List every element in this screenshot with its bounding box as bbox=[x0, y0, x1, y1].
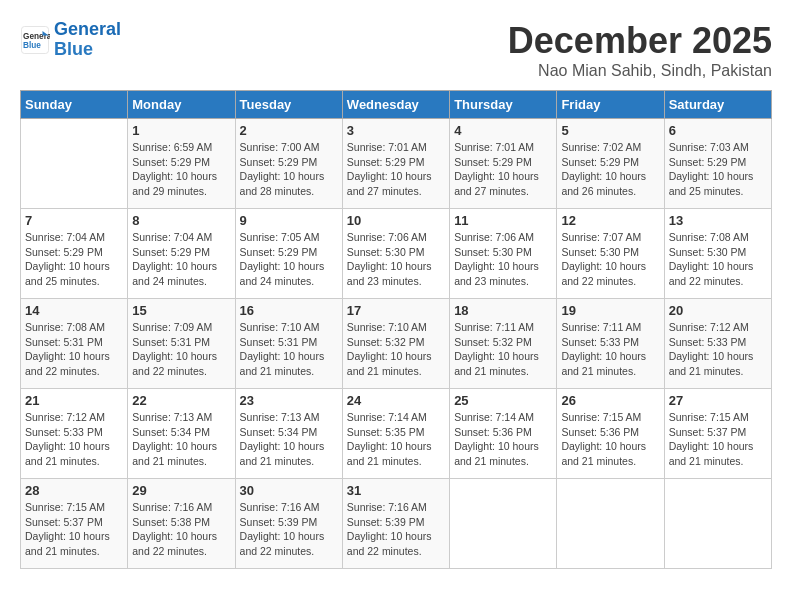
calendar-week-row: 21Sunrise: 7:12 AM Sunset: 5:33 PM Dayli… bbox=[21, 389, 772, 479]
calendar-cell: 14Sunrise: 7:08 AM Sunset: 5:31 PM Dayli… bbox=[21, 299, 128, 389]
calendar-cell: 7Sunrise: 7:04 AM Sunset: 5:29 PM Daylig… bbox=[21, 209, 128, 299]
calendar-cell: 24Sunrise: 7:14 AM Sunset: 5:35 PM Dayli… bbox=[342, 389, 449, 479]
day-number: 28 bbox=[25, 483, 123, 498]
day-number: 9 bbox=[240, 213, 338, 228]
calendar-cell: 1Sunrise: 6:59 AM Sunset: 5:29 PM Daylig… bbox=[128, 119, 235, 209]
day-info: Sunrise: 7:15 AM Sunset: 5:37 PM Dayligh… bbox=[669, 410, 767, 469]
day-info: Sunrise: 7:14 AM Sunset: 5:36 PM Dayligh… bbox=[454, 410, 552, 469]
day-info: Sunrise: 7:08 AM Sunset: 5:30 PM Dayligh… bbox=[669, 230, 767, 289]
day-number: 31 bbox=[347, 483, 445, 498]
day-number: 13 bbox=[669, 213, 767, 228]
calendar-cell: 18Sunrise: 7:11 AM Sunset: 5:32 PM Dayli… bbox=[450, 299, 557, 389]
calendar-cell bbox=[664, 479, 771, 569]
calendar-cell: 27Sunrise: 7:15 AM Sunset: 5:37 PM Dayli… bbox=[664, 389, 771, 479]
calendar-cell: 3Sunrise: 7:01 AM Sunset: 5:29 PM Daylig… bbox=[342, 119, 449, 209]
calendar-cell: 5Sunrise: 7:02 AM Sunset: 5:29 PM Daylig… bbox=[557, 119, 664, 209]
calendar-cell: 21Sunrise: 7:12 AM Sunset: 5:33 PM Dayli… bbox=[21, 389, 128, 479]
day-info: Sunrise: 7:10 AM Sunset: 5:32 PM Dayligh… bbox=[347, 320, 445, 379]
calendar-cell bbox=[557, 479, 664, 569]
day-number: 24 bbox=[347, 393, 445, 408]
day-number: 18 bbox=[454, 303, 552, 318]
day-number: 26 bbox=[561, 393, 659, 408]
day-info: Sunrise: 7:16 AM Sunset: 5:39 PM Dayligh… bbox=[347, 500, 445, 559]
day-info: Sunrise: 7:13 AM Sunset: 5:34 PM Dayligh… bbox=[240, 410, 338, 469]
day-number: 8 bbox=[132, 213, 230, 228]
day-number: 27 bbox=[669, 393, 767, 408]
day-info: Sunrise: 7:00 AM Sunset: 5:29 PM Dayligh… bbox=[240, 140, 338, 199]
svg-text:General: General bbox=[23, 31, 50, 40]
calendar-cell: 17Sunrise: 7:10 AM Sunset: 5:32 PM Dayli… bbox=[342, 299, 449, 389]
day-info: Sunrise: 7:14 AM Sunset: 5:35 PM Dayligh… bbox=[347, 410, 445, 469]
day-info: Sunrise: 7:16 AM Sunset: 5:39 PM Dayligh… bbox=[240, 500, 338, 559]
day-info: Sunrise: 7:09 AM Sunset: 5:31 PM Dayligh… bbox=[132, 320, 230, 379]
calendar-body: 1Sunrise: 6:59 AM Sunset: 5:29 PM Daylig… bbox=[21, 119, 772, 569]
weekday-header-cell: Saturday bbox=[664, 91, 771, 119]
weekday-header-row: SundayMondayTuesdayWednesdayThursdayFrid… bbox=[21, 91, 772, 119]
calendar-week-row: 14Sunrise: 7:08 AM Sunset: 5:31 PM Dayli… bbox=[21, 299, 772, 389]
day-number: 2 bbox=[240, 123, 338, 138]
logo-icon: General Blue bbox=[20, 25, 50, 55]
calendar-cell: 11Sunrise: 7:06 AM Sunset: 5:30 PM Dayli… bbox=[450, 209, 557, 299]
day-number: 19 bbox=[561, 303, 659, 318]
calendar-cell bbox=[450, 479, 557, 569]
calendar-cell: 10Sunrise: 7:06 AM Sunset: 5:30 PM Dayli… bbox=[342, 209, 449, 299]
day-info: Sunrise: 7:06 AM Sunset: 5:30 PM Dayligh… bbox=[347, 230, 445, 289]
calendar-cell: 30Sunrise: 7:16 AM Sunset: 5:39 PM Dayli… bbox=[235, 479, 342, 569]
day-info: Sunrise: 7:01 AM Sunset: 5:29 PM Dayligh… bbox=[347, 140, 445, 199]
calendar-cell: 12Sunrise: 7:07 AM Sunset: 5:30 PM Dayli… bbox=[557, 209, 664, 299]
day-info: Sunrise: 7:05 AM Sunset: 5:29 PM Dayligh… bbox=[240, 230, 338, 289]
calendar-week-row: 7Sunrise: 7:04 AM Sunset: 5:29 PM Daylig… bbox=[21, 209, 772, 299]
calendar-cell: 28Sunrise: 7:15 AM Sunset: 5:37 PM Dayli… bbox=[21, 479, 128, 569]
day-number: 15 bbox=[132, 303, 230, 318]
day-number: 16 bbox=[240, 303, 338, 318]
day-info: Sunrise: 7:04 AM Sunset: 5:29 PM Dayligh… bbox=[25, 230, 123, 289]
location-title: Nao Mian Sahib, Sindh, Pakistan bbox=[508, 62, 772, 80]
title-area: December 2025 Nao Mian Sahib, Sindh, Pak… bbox=[508, 20, 772, 80]
day-info: Sunrise: 7:11 AM Sunset: 5:33 PM Dayligh… bbox=[561, 320, 659, 379]
calendar-cell: 22Sunrise: 7:13 AM Sunset: 5:34 PM Dayli… bbox=[128, 389, 235, 479]
calendar-cell: 29Sunrise: 7:16 AM Sunset: 5:38 PM Dayli… bbox=[128, 479, 235, 569]
calendar-cell: 23Sunrise: 7:13 AM Sunset: 5:34 PM Dayli… bbox=[235, 389, 342, 479]
calendar-cell: 2Sunrise: 7:00 AM Sunset: 5:29 PM Daylig… bbox=[235, 119, 342, 209]
calendar-cell: 6Sunrise: 7:03 AM Sunset: 5:29 PM Daylig… bbox=[664, 119, 771, 209]
day-info: Sunrise: 7:16 AM Sunset: 5:38 PM Dayligh… bbox=[132, 500, 230, 559]
calendar-cell: 25Sunrise: 7:14 AM Sunset: 5:36 PM Dayli… bbox=[450, 389, 557, 479]
day-number: 11 bbox=[454, 213, 552, 228]
month-title: December 2025 bbox=[508, 20, 772, 62]
day-info: Sunrise: 7:10 AM Sunset: 5:31 PM Dayligh… bbox=[240, 320, 338, 379]
day-number: 4 bbox=[454, 123, 552, 138]
day-info: Sunrise: 7:01 AM Sunset: 5:29 PM Dayligh… bbox=[454, 140, 552, 199]
logo-text: GeneralBlue bbox=[54, 20, 121, 60]
calendar-cell: 26Sunrise: 7:15 AM Sunset: 5:36 PM Dayli… bbox=[557, 389, 664, 479]
day-number: 22 bbox=[132, 393, 230, 408]
day-number: 6 bbox=[669, 123, 767, 138]
calendar-cell: 9Sunrise: 7:05 AM Sunset: 5:29 PM Daylig… bbox=[235, 209, 342, 299]
calendar-table: SundayMondayTuesdayWednesdayThursdayFrid… bbox=[20, 90, 772, 569]
day-number: 7 bbox=[25, 213, 123, 228]
day-number: 21 bbox=[25, 393, 123, 408]
day-number: 12 bbox=[561, 213, 659, 228]
day-number: 14 bbox=[25, 303, 123, 318]
day-info: Sunrise: 7:02 AM Sunset: 5:29 PM Dayligh… bbox=[561, 140, 659, 199]
calendar-cell: 20Sunrise: 7:12 AM Sunset: 5:33 PM Dayli… bbox=[664, 299, 771, 389]
weekday-header-cell: Monday bbox=[128, 91, 235, 119]
day-info: Sunrise: 7:11 AM Sunset: 5:32 PM Dayligh… bbox=[454, 320, 552, 379]
day-info: Sunrise: 7:03 AM Sunset: 5:29 PM Dayligh… bbox=[669, 140, 767, 199]
header: General Blue GeneralBlue December 2025 N… bbox=[20, 20, 772, 80]
day-info: Sunrise: 7:06 AM Sunset: 5:30 PM Dayligh… bbox=[454, 230, 552, 289]
calendar-cell: 31Sunrise: 7:16 AM Sunset: 5:39 PM Dayli… bbox=[342, 479, 449, 569]
day-info: Sunrise: 7:08 AM Sunset: 5:31 PM Dayligh… bbox=[25, 320, 123, 379]
day-number: 10 bbox=[347, 213, 445, 228]
day-number: 25 bbox=[454, 393, 552, 408]
weekday-header-cell: Sunday bbox=[21, 91, 128, 119]
day-info: Sunrise: 7:04 AM Sunset: 5:29 PM Dayligh… bbox=[132, 230, 230, 289]
day-number: 29 bbox=[132, 483, 230, 498]
day-number: 30 bbox=[240, 483, 338, 498]
weekday-header-cell: Wednesday bbox=[342, 91, 449, 119]
weekday-header-cell: Thursday bbox=[450, 91, 557, 119]
day-number: 17 bbox=[347, 303, 445, 318]
calendar-cell: 13Sunrise: 7:08 AM Sunset: 5:30 PM Dayli… bbox=[664, 209, 771, 299]
calendar-cell: 15Sunrise: 7:09 AM Sunset: 5:31 PM Dayli… bbox=[128, 299, 235, 389]
calendar-cell: 4Sunrise: 7:01 AM Sunset: 5:29 PM Daylig… bbox=[450, 119, 557, 209]
logo: General Blue GeneralBlue bbox=[20, 20, 121, 60]
